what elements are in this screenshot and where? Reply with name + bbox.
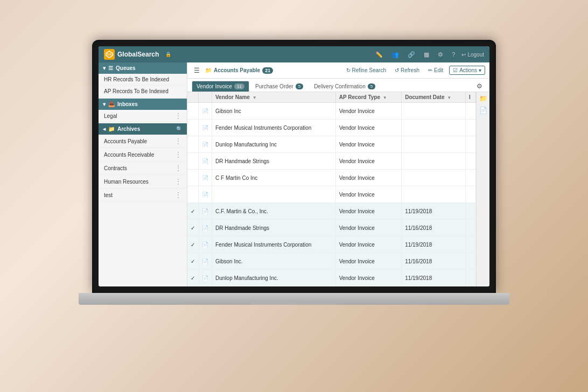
col-document-date[interactable]: Document Date ▼ <box>402 92 466 103</box>
inboxes-label: Inboxes <box>117 101 138 107</box>
row-checkbox[interactable]: ✓ <box>187 253 199 270</box>
sort-type-icon: ▼ <box>383 95 387 100</box>
hamburger-button[interactable]: ☰ <box>192 66 202 75</box>
row-doc-icon: 📄 <box>199 170 212 186</box>
row-document-date: 11/19/2018 <box>402 203 466 220</box>
logout-button[interactable]: ↩ Logout <box>461 52 484 58</box>
row-vendor-name: C.F. Martin & Co., Inc. <box>212 203 336 220</box>
row-doc-icon: 📄 <box>199 120 212 136</box>
table-row[interactable]: 📄Vendor Invoice <box>187 186 476 203</box>
row-document-date <box>402 103 466 120</box>
topbar-icons: ✏️ 👥 🔗 ▦ ⚙ ? ↩ Logout <box>373 50 484 59</box>
help-icon[interactable]: ? <box>450 50 457 59</box>
doc-panel-icon[interactable]: 📄 <box>479 107 487 114</box>
sidebar-item-test[interactable]: test ⋮ <box>99 188 187 202</box>
table-row[interactable]: ✓📄Gibson Inc.Vendor Invoice11/16/2018 <box>187 253 476 270</box>
sidebar-test-label: test <box>104 192 175 198</box>
actions-label: Actions <box>459 67 477 73</box>
row-document-date <box>402 153 466 170</box>
tab-delivery-confirmation[interactable]: Delivery Confirmation 5 <box>309 81 380 92</box>
breadcrumb-folder: 📁 Accounts Payable 21 <box>205 67 273 74</box>
refine-search-label: Refine Search <box>352 67 386 73</box>
actions-chevron-icon: ▾ <box>479 67 481 73</box>
laptop-base <box>79 293 509 305</box>
row-checkbox[interactable] <box>187 153 199 170</box>
inboxes-header[interactable]: ▾ 📥 Inboxes <box>99 99 187 110</box>
sidebar-dots-ap[interactable]: ⋮ <box>175 137 181 145</box>
settings-icon[interactable]: ⚙ <box>436 50 445 59</box>
table-row[interactable]: 📄C F Martin Co IncVendor Invoice <box>187 170 476 186</box>
row-doc-icon: 📄 <box>199 270 212 286</box>
link-icon[interactable]: 🔗 <box>405 50 417 59</box>
archives-header[interactable]: ◂ 📁 Archives 🔍 <box>99 123 187 135</box>
row-document-date: 11/19/2018 <box>402 236 466 253</box>
document-icon: 📄 <box>202 258 208 264</box>
row-i <box>466 236 476 253</box>
queues-label: Queues <box>116 65 136 71</box>
row-checkbox[interactable] <box>187 170 199 186</box>
table-row[interactable]: 📄Fender Musical Instruments CorporationV… <box>187 120 476 136</box>
svg-text:GS: GS <box>107 53 112 56</box>
sidebar-item-hr-label: HR Records To Be Indexed <box>104 76 181 82</box>
sidebar-item-human-resources[interactable]: Human Resources ⋮ <box>99 175 187 188</box>
row-checkbox[interactable]: ✓ <box>187 203 199 220</box>
sidebar-dots-legal[interactable]: ⋮ <box>175 112 181 120</box>
row-checkbox[interactable] <box>187 103 199 120</box>
users-icon[interactable]: 👥 <box>389 50 401 59</box>
table-row[interactable]: 📄Dunlop Manufacturing IncVendor Invoice <box>187 136 476 153</box>
edit-button[interactable]: ✏ Edit <box>425 66 446 74</box>
row-vendor-name: C F Martin Co Inc <box>212 170 336 186</box>
table-row[interactable]: ✓📄Fender Musical Instruments Corporation… <box>187 236 476 253</box>
sidebar-item-legal[interactable]: Legal ⋮ <box>99 110 187 122</box>
row-checkbox[interactable] <box>187 120 199 136</box>
sort-date-icon: ▼ <box>447 95 451 100</box>
row-document-date <box>402 136 466 153</box>
refine-search-button[interactable]: ↻ Refine Search <box>344 66 389 74</box>
sidebar-dots-contracts[interactable]: ⋮ <box>175 164 181 172</box>
row-checkbox[interactable]: ✓ <box>187 236 199 253</box>
col-ap-record-type[interactable]: AP Record Type ▼ <box>335 92 401 103</box>
table-row[interactable]: ✓📄Dunlop Manufacturing Inc.Vendor Invoic… <box>187 270 476 286</box>
table-icon[interactable]: ▦ <box>422 50 431 59</box>
sidebar-dots-hr[interactable]: ⋮ <box>175 178 181 185</box>
sidebar-contracts-label: Contracts <box>104 165 175 171</box>
sidebar-item-ap-records[interactable]: AP Records To Be Indexed <box>99 86 187 97</box>
tabs-gear-icon[interactable]: ⚙ <box>474 81 485 91</box>
sidebar-dots-test[interactable]: ⋮ <box>175 191 181 199</box>
row-checkbox[interactable]: ✓ <box>187 220 199 236</box>
sidebar-item-accounts-payable[interactable]: Accounts Payable ⋮ <box>99 135 187 148</box>
row-checkbox[interactable] <box>187 136 199 153</box>
row-vendor-name: Fender Musical Instruments Corporation <box>212 120 336 136</box>
search-icon-archives[interactable]: 🔍 <box>176 126 183 132</box>
tab-delivery-badge: 5 <box>368 83 375 89</box>
sidebar-item-accounts-receivable[interactable]: Accounts Receivable ⋮ <box>99 148 187 162</box>
table-row[interactable]: ✓📄C.F. Martin & Co., Inc.Vendor Invoice1… <box>187 203 476 220</box>
actions-button[interactable]: ☑ Actions ▾ <box>449 66 485 75</box>
table-row[interactable]: ✓📄DR Handmade StringsVendor Invoice11/16… <box>187 220 476 236</box>
row-i <box>466 120 476 136</box>
table-row[interactable]: 📄DR Handmade StringsVendor Invoice <box>187 153 476 170</box>
col-checkbox <box>187 92 199 103</box>
queues-header[interactable]: ▾ ☰ Queues <box>99 62 187 74</box>
sidebar-item-contracts[interactable]: Contracts ⋮ <box>99 162 187 175</box>
row-checkbox[interactable]: ✓ <box>187 270 199 286</box>
row-ap-record-type: Vendor Invoice <box>335 186 401 203</box>
refresh-button[interactable]: ↺ Refresh <box>392 66 422 74</box>
row-checkbox[interactable] <box>187 186 199 203</box>
document-icon: 📄 <box>202 108 208 114</box>
sidebar-item-hr-records[interactable]: HR Records To Be Indexed <box>99 74 187 86</box>
row-ap-record-type: Vendor Invoice <box>335 103 401 120</box>
folder-panel-icon[interactable]: 📁 <box>479 95 487 102</box>
sidebar-dots-ar[interactable]: ⋮ <box>175 151 181 158</box>
row-i <box>466 270 476 286</box>
pencil-icon[interactable]: ✏️ <box>373 50 385 59</box>
app-logo: GS GlobalSearch <box>104 49 159 60</box>
table-container: Vendor Name ▼ AP Record Type ▼ <box>187 92 476 286</box>
col-vendor-name[interactable]: Vendor Name ▼ <box>212 92 336 103</box>
table-row[interactable]: 📄Gibson IncVendor Invoice <box>187 103 476 120</box>
tab-vendor-invoice[interactable]: Vendor Invoice 11 <box>192 81 249 92</box>
row-vendor-name: Fender Musical Instruments Corporation <box>212 236 336 253</box>
tab-purchase-order[interactable]: Purchase Order 5 <box>250 81 308 92</box>
row-ap-record-type: Vendor Invoice <box>335 136 401 153</box>
app-main: ▾ ☰ Queues HR Records To Be Indexed AP R… <box>99 62 489 286</box>
